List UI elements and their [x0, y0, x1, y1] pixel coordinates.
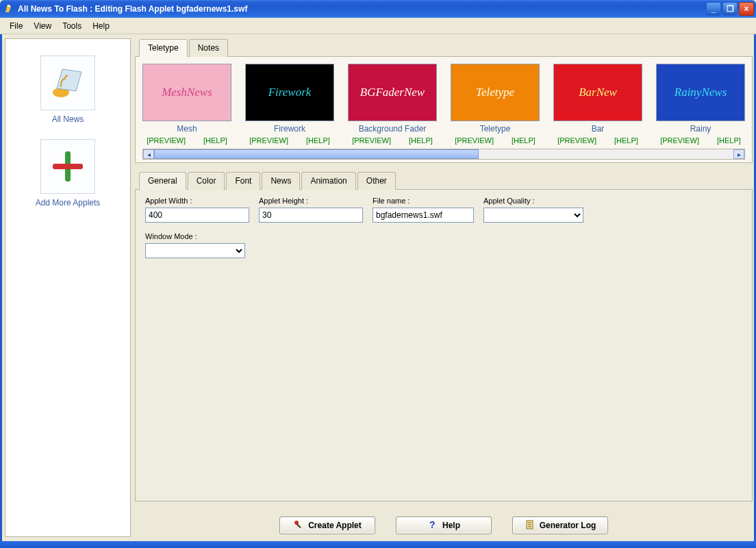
preview-link[interactable]: [PREVIEW]	[455, 136, 494, 145]
file-name-input[interactable]	[373, 208, 474, 223]
help-link[interactable]: [HELP]	[306, 136, 330, 145]
window-title: All News To Flash : Editing Flash Applet…	[18, 4, 706, 14]
titlebar: All News To Flash : Editing Flash Applet…	[0, 0, 756, 18]
applet-height-label: Applet Height :	[259, 197, 363, 205]
app-icon	[3, 3, 14, 14]
right-panel: Teletype Notes MeshNews Mesh [PREVIEW] […	[135, 38, 753, 537]
applet-card-rainy[interactable]: RainyNews Rainy [PREVIEW] [HELP]	[656, 64, 745, 145]
menu-file[interactable]: File	[4, 19, 28, 33]
tab-other[interactable]: Other	[357, 172, 396, 190]
action-button-row: Create Applet ? Help Generator Log	[135, 507, 753, 537]
applet-card-mesh[interactable]: MeshNews Mesh [PREVIEW] [HELP]	[142, 64, 231, 145]
tab-font[interactable]: Font	[226, 172, 260, 190]
scroll-thumb[interactable]	[154, 149, 479, 159]
window-mode-select[interactable]	[145, 243, 245, 258]
applet-thumb: Firework	[245, 64, 334, 121]
client-area: All News Add More Applets Teletype Notes	[0, 34, 756, 541]
applet-thumb: BGFaderNew	[348, 64, 437, 121]
applet-height-input[interactable]	[259, 208, 363, 223]
sidebar-item-add-applets[interactable]: Add More Applets	[36, 139, 101, 208]
applet-name: Background Fader	[359, 124, 427, 134]
preview-link[interactable]: [PREVIEW]	[660, 136, 699, 145]
preview-link[interactable]: [PREVIEW]	[557, 136, 596, 145]
tab-color[interactable]: Color	[188, 172, 225, 190]
help-button[interactable]: ? Help	[396, 516, 492, 534]
button-label: Generator Log	[540, 521, 596, 530]
preview-link[interactable]: [PREVIEW]	[352, 136, 391, 145]
applet-card-bgfader[interactable]: BGFaderNew Background Fader [PREVIEW] [H…	[348, 64, 437, 145]
window-mode-label: Window Mode :	[145, 232, 245, 240]
scroll-left-button[interactable]: ◂	[143, 149, 154, 159]
scroll-right-button[interactable]: ▸	[733, 149, 744, 159]
maximize-button[interactable]: ❐	[722, 2, 738, 16]
help-link[interactable]: [HELP]	[512, 136, 536, 145]
generator-log-button[interactable]: Generator Log	[512, 516, 608, 534]
sidebar-item-label: All News	[52, 114, 84, 124]
preview-link[interactable]: [PREVIEW]	[147, 136, 186, 145]
applet-name: Bar	[592, 124, 605, 134]
applet-gallery: MeshNews Mesh [PREVIEW] [HELP] Firework …	[142, 64, 745, 145]
applet-card-teletype[interactable]: Teletype Teletype [PREVIEW] [HELP]	[451, 64, 540, 145]
file-name-label: File name :	[373, 197, 474, 205]
menu-help[interactable]: Help	[87, 19, 115, 33]
svg-text:?: ?	[429, 519, 436, 530]
menubar: File View Tools Help	[0, 18, 756, 34]
wand-icon	[293, 519, 304, 532]
help-link[interactable]: [HELP]	[203, 136, 227, 145]
applet-name: Rainy	[690, 124, 711, 134]
window-buttons: _ ❐ ×	[706, 2, 754, 16]
applet-width-input[interactable]	[145, 208, 249, 223]
applet-card-bar[interactable]: BarNew Bar [PREVIEW] [HELP]	[553, 64, 642, 145]
question-icon: ?	[427, 519, 438, 532]
applet-quality-label: Applet Quality :	[483, 197, 583, 205]
tab-animation[interactable]: Animation	[301, 172, 355, 190]
applet-card-firework[interactable]: Firework Firework [PREVIEW] [HELP]	[245, 64, 334, 145]
help-link[interactable]: [HELP]	[614, 136, 638, 145]
close-button[interactable]: ×	[739, 2, 754, 16]
settings-panel: Applet Width : Applet Height : File name…	[135, 189, 753, 501]
help-link[interactable]: [HELP]	[409, 136, 433, 145]
gallery-scrollbar[interactable]: ◂ ▸	[142, 149, 745, 160]
button-label: Create Applet	[308, 521, 362, 530]
window-bottom-border	[0, 541, 756, 548]
svg-rect-3	[53, 164, 83, 169]
button-label: Help	[442, 521, 460, 530]
applet-thumb: Teletype	[451, 64, 540, 121]
help-link[interactable]: [HELP]	[717, 136, 741, 145]
minimize-button[interactable]: _	[706, 2, 721, 16]
sidebar-item-all-news[interactable]: All News	[40, 55, 95, 124]
scroll-track[interactable]	[154, 149, 733, 159]
preview-link[interactable]: [PREVIEW]	[249, 136, 288, 145]
settings-tabgroup: General Color Font News Animation Other …	[135, 169, 753, 501]
sidebar: All News Add More Applets	[5, 38, 131, 537]
all-news-icon	[40, 55, 95, 110]
add-applets-icon	[40, 139, 95, 194]
tab-teletype[interactable]: Teletype	[139, 39, 188, 57]
svg-rect-5	[297, 523, 301, 528]
applet-width-label: Applet Width :	[145, 197, 249, 205]
tab-general[interactable]: General	[139, 172, 186, 190]
tab-notes[interactable]: Notes	[189, 39, 228, 57]
applet-name: Firework	[274, 124, 305, 134]
applet-name: Mesh	[177, 124, 197, 134]
menu-view[interactable]: View	[28, 19, 57, 33]
applet-quality-select[interactable]	[483, 208, 583, 223]
tab-news[interactable]: News	[262, 172, 300, 190]
scroll-icon	[525, 519, 536, 532]
preview-tabpanel: MeshNews Mesh [PREVIEW] [HELP] Firework …	[135, 56, 753, 163]
applet-thumb: RainyNews	[656, 64, 745, 121]
applet-thumb: BarNew	[553, 64, 642, 121]
create-applet-button[interactable]: Create Applet	[279, 516, 375, 534]
menu-tools[interactable]: Tools	[57, 19, 87, 33]
applet-name: Teletype	[480, 124, 511, 134]
preview-tabgroup: Teletype Notes MeshNews Mesh [PREVIEW] […	[135, 38, 753, 163]
applet-thumb: MeshNews	[142, 64, 231, 121]
sidebar-item-label: Add More Applets	[36, 198, 101, 208]
